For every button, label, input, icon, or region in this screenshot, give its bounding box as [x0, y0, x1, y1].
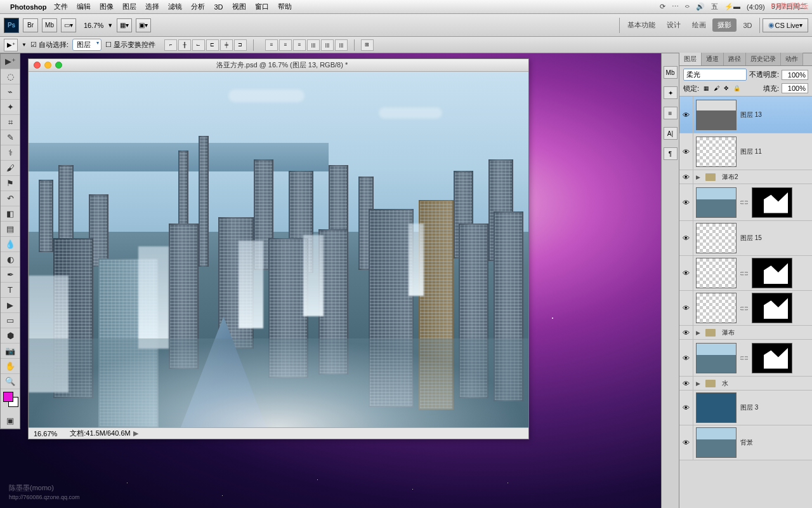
layer-content[interactable]: 图层 11 — [693, 135, 812, 169]
align-left[interactable]: ⊏ — [206, 39, 219, 51]
layer-name[interactable]: 图层 13 — [740, 110, 762, 119]
layer-thumbnail[interactable] — [696, 343, 737, 373]
visibility-toggle[interactable]: 👁 — [679, 291, 693, 325]
layer-name[interactable]: 图层 3 — [740, 403, 758, 412]
menu-edit[interactable]: 编辑 — [77, 2, 91, 11]
show-transform-checkbox[interactable]: ☐显示变换控件 — [105, 40, 155, 50]
link-icon[interactable]: ⊂⊃ — [740, 352, 748, 364]
visibility-toggle[interactable]: 👁 — [679, 425, 693, 460]
group-arrow-icon[interactable]: ▶ — [696, 380, 700, 387]
link-icon[interactable]: ⊂⊃ — [740, 302, 748, 314]
layer-thumbnail[interactable] — [696, 100, 737, 130]
dots-icon[interactable]: ⋯ — [672, 3, 679, 11]
layer-name[interactable]: 瀑布2 — [722, 173, 738, 182]
menu-analysis[interactable]: 分析 — [191, 2, 205, 11]
workspace-3d[interactable]: 3D — [738, 20, 757, 31]
view-dropdown[interactable]: ▭▾ — [61, 18, 76, 32]
ime-indicator[interactable]: 五 — [711, 2, 718, 11]
minimize-button[interactable] — [44, 62, 51, 69]
layer-content[interactable]: ⊂⊃ — [693, 291, 812, 325]
menu-help[interactable]: 帮助 — [278, 2, 292, 11]
tab-channels[interactable]: 通道 — [702, 53, 724, 65]
visibility-toggle[interactable]: 👁 — [679, 340, 693, 376]
group-arrow-icon[interactable]: ▶ — [696, 174, 700, 180]
move-tool[interactable]: ▶⁺ — [1, 54, 20, 69]
menu-file[interactable]: 文件 — [54, 2, 68, 11]
3d-tool[interactable]: ⬢ — [1, 328, 20, 344]
zoom-tool[interactable]: 🔍 — [1, 374, 20, 389]
layer-row[interactable]: 👁图层 3 — [679, 391, 812, 425]
visibility-toggle[interactable]: 👁 — [679, 133, 693, 170]
group-arrow-icon[interactable]: ▶ — [696, 330, 700, 336]
align-vcenter[interactable]: ╫ — [178, 39, 191, 51]
layer-row[interactable]: 👁⊂⊃ — [679, 340, 812, 377]
align-top[interactable]: ⌐ — [164, 39, 177, 51]
layer-content[interactable]: 图层 13 — [693, 98, 812, 132]
layer-name[interactable]: 图层 15 — [740, 234, 762, 243]
mask-thumbnail[interactable] — [752, 343, 792, 373]
tab-layers[interactable]: 图层 — [679, 53, 702, 65]
visibility-toggle[interactable]: 👁 — [679, 170, 693, 184]
mask-thumbnail[interactable] — [752, 258, 792, 288]
eraser-tool[interactable]: ◧ — [1, 206, 20, 222]
layer-thumbnail[interactable] — [696, 137, 737, 167]
fill-value[interactable]: 100% — [782, 83, 808, 93]
hand-tool[interactable]: ✋ — [1, 359, 20, 374]
layer-row[interactable]: 👁▶水 — [679, 377, 812, 391]
layer-row[interactable]: 👁图层 15 — [679, 221, 812, 256]
layer-name[interactable]: 水 — [722, 379, 728, 388]
healing-tool[interactable]: ⚕ — [1, 145, 20, 161]
layer-thumbnail[interactable] — [696, 392, 737, 423]
visibility-toggle[interactable]: 👁 — [679, 377, 693, 390]
lock-pixels-icon[interactable]: 🖌 — [712, 84, 721, 93]
layer-row[interactable]: 👁图层 11 — [679, 133, 812, 170]
layer-content[interactable]: ⊂⊃ — [693, 256, 812, 290]
layer-row[interactable]: 👁⊂⊃ — [679, 184, 812, 221]
foreground-color[interactable] — [3, 392, 13, 402]
zoom-level[interactable]: 16.7% — [84, 22, 103, 29]
move-tool-preset[interactable]: ▶⁺ — [4, 39, 18, 51]
visibility-toggle[interactable]: 👁 — [679, 184, 693, 220]
layer-name[interactable]: 图层 11 — [740, 147, 762, 156]
layer-thumbnail[interactable] — [696, 223, 737, 253]
workspace-photography[interactable]: 摄影 — [712, 18, 737, 32]
visibility-toggle[interactable]: 👁 — [679, 221, 693, 255]
menu-view[interactable]: 视图 — [232, 2, 246, 11]
layer-thumbnail[interactable] — [696, 258, 737, 288]
dock-masks[interactable]: ≡ — [664, 107, 678, 119]
tab-paths[interactable]: 路径 — [724, 53, 746, 65]
tab-actions[interactable]: 动作 — [781, 53, 803, 65]
dist-right[interactable]: ||| — [335, 39, 348, 51]
tab-history[interactable]: 历史记录 — [746, 53, 781, 65]
marquee-tool[interactable]: ◌ — [1, 69, 20, 84]
battery-icon[interactable]: ⚡▬ — [724, 3, 740, 11]
quickmask-toggle[interactable]: ▣ — [1, 413, 20, 429]
layers-list[interactable]: 👁图层 13👁图层 11👁▶瀑布2👁⊂⊃👁图层 15👁⊂⊃👁⊂⊃👁▶瀑布👁⊂⊃👁… — [679, 97, 812, 508]
layer-thumbnail[interactable] — [696, 427, 737, 458]
dock-character[interactable]: A| — [664, 127, 678, 140]
visibility-toggle[interactable]: 👁 — [679, 97, 693, 133]
dist-hcenter[interactable]: ||| — [321, 39, 334, 51]
minibridge-button[interactable]: Mb — [42, 18, 57, 32]
ps-logo-icon[interactable]: Ps — [4, 18, 19, 33]
align-hcenter[interactable]: ╪ — [220, 39, 233, 51]
dock-adjustments[interactable]: ✦ — [664, 86, 678, 99]
link-icon[interactable]: ⊂⊃ — [740, 196, 748, 209]
mask-thumbnail[interactable] — [752, 187, 792, 218]
layer-row[interactable]: 👁⊂⊃ — [679, 256, 812, 291]
app-name[interactable]: Photoshop — [10, 3, 46, 11]
color-swatches[interactable] — [1, 389, 20, 413]
3d-camera-tool[interactable]: 📷 — [1, 344, 20, 359]
menu-layer[interactable]: 图层 — [122, 2, 136, 11]
menu-filter[interactable]: 滤镜 — [168, 2, 182, 11]
screen-mode-button[interactable]: ▣▾ — [136, 18, 151, 32]
volume-icon[interactable]: 🔊 — [696, 3, 705, 11]
lock-position-icon[interactable]: ✥ — [722, 84, 731, 93]
document-canvas[interactable] — [29, 72, 528, 427]
layer-row[interactable]: 👁▶瀑布2 — [679, 170, 812, 184]
shape-tool[interactable]: ▭ — [1, 313, 20, 328]
gradient-tool[interactable]: ▤ — [1, 222, 20, 237]
sync-icon[interactable]: ⟳ — [660, 3, 665, 11]
menu-image[interactable]: 图像 — [100, 2, 114, 11]
pen-tool[interactable]: ✒ — [1, 267, 20, 283]
